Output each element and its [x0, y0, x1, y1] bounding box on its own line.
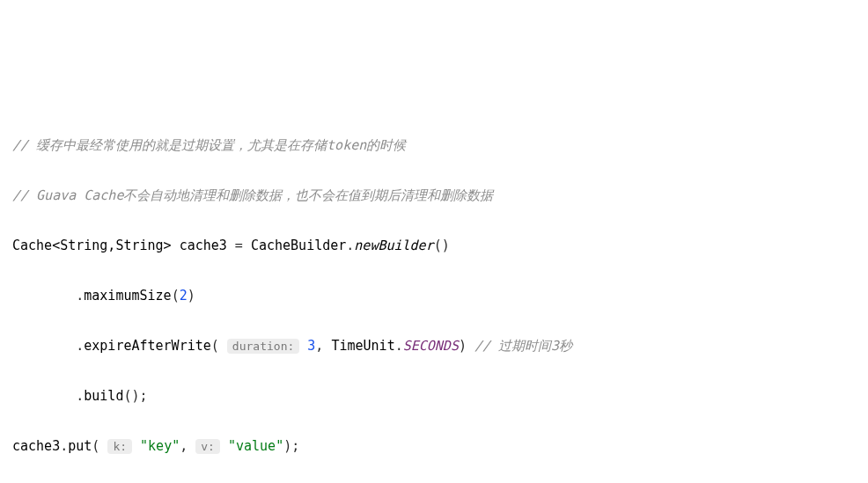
code-block: // 缓存中最经常使用的就是过期设置，尤其是在存储token的时候 // Gua…	[12, 107, 856, 483]
param-hint: k:	[107, 439, 132, 454]
code-line: // 缓存中最经常使用的就是过期设置，尤其是在存储token的时候	[12, 133, 856, 158]
comment-text: // 过期时间3秒	[474, 338, 572, 354]
space	[220, 438, 228, 454]
method-name: expireAfterWrite	[84, 338, 211, 354]
paren: (	[172, 288, 180, 304]
comment-text: // Guava Cache不会自动地清理和删除数据，也不会在值到期后清理和删除…	[12, 187, 493, 203]
dot: .	[346, 238, 354, 253]
paren: (	[92, 438, 107, 454]
indent	[12, 338, 76, 354]
string-literal: "key"	[140, 438, 180, 454]
variable: cache3	[180, 238, 227, 253]
paren: (	[211, 338, 227, 354]
dot: .	[76, 338, 84, 354]
param-hint: duration:	[227, 339, 299, 354]
enum-constant: SECONDS	[403, 338, 459, 354]
code-line: .expireAfterWrite( duration: 3, TimeUnit…	[12, 333, 856, 359]
code-line: .build();	[12, 384, 856, 409]
method-name: put	[68, 438, 92, 454]
indent	[12, 288, 76, 304]
number-literal: 3	[307, 338, 315, 354]
method-name: build	[84, 388, 123, 404]
parens: ();	[123, 388, 147, 404]
dot: .	[395, 338, 403, 354]
string-literal: "value"	[228, 438, 283, 454]
code-line: // Guava Cache不会自动地清理和删除数据，也不会在值到期后清理和删除…	[12, 183, 856, 209]
method-name: newBuilder	[354, 238, 433, 253]
paren: );	[283, 438, 299, 454]
method-name: maximumSize	[84, 288, 171, 304]
comment-text: // 缓存中最经常使用的就是过期设置，尤其是在存储token的时候	[12, 137, 406, 153]
paren: )	[459, 338, 467, 354]
type-name: Cache	[12, 238, 52, 253]
dot: .	[60, 438, 68, 454]
number-literal: 2	[180, 288, 188, 304]
dot: .	[76, 388, 84, 404]
generic-params: <String,String>	[52, 238, 171, 253]
class-name: TimeUnit	[331, 338, 394, 354]
space	[299, 338, 307, 354]
comma: ,	[180, 438, 195, 454]
comma: ,	[315, 338, 331, 354]
code-line: .maximumSize(2)	[12, 283, 856, 309]
dot: .	[76, 288, 84, 304]
class-name: CacheBuilder	[251, 238, 346, 253]
param-hint: v:	[195, 439, 220, 454]
paren: )	[188, 288, 195, 304]
space	[132, 438, 140, 454]
variable: cache3	[12, 438, 60, 454]
operator: =	[227, 238, 251, 253]
code-line: Cache<String,String> cache3 = CacheBuild…	[12, 233, 856, 259]
indent	[12, 388, 76, 404]
parens: ()	[434, 238, 450, 253]
code-line: cache3.put( k: "key", v: "value");	[12, 434, 856, 459]
